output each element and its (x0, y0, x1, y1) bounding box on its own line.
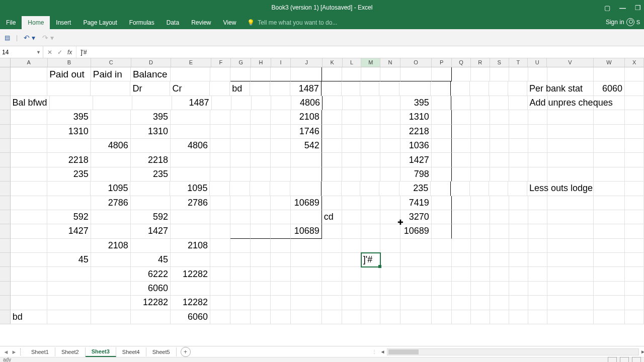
cell[interactable] (271, 239, 291, 253)
cell[interactable] (210, 210, 230, 224)
cell[interactable] (452, 167, 471, 182)
cell[interactable] (400, 239, 432, 253)
cell[interactable]: cd (322, 210, 342, 224)
cell[interactable] (360, 182, 379, 196)
cell[interactable] (210, 67, 230, 81)
cell[interactable] (50, 96, 93, 110)
col-header[interactable]: J (291, 58, 322, 67)
cell[interactable] (509, 267, 528, 281)
cell[interactable] (361, 153, 380, 167)
cell[interactable] (342, 282, 361, 296)
cell[interactable] (91, 210, 131, 224)
cell[interactable] (451, 182, 470, 196)
cell[interactable] (490, 96, 509, 110)
col-header[interactable]: K (323, 58, 343, 67)
cell[interactable] (625, 125, 644, 139)
cell[interactable] (361, 167, 380, 182)
cell[interactable] (91, 310, 131, 324)
cell[interactable] (322, 67, 342, 81)
cell[interactable] (251, 153, 271, 167)
cell[interactable] (47, 196, 91, 210)
cell[interactable] (322, 196, 342, 210)
cell[interactable]: Paid in (91, 67, 131, 81)
cell[interactable] (432, 267, 452, 281)
cell[interactable] (547, 139, 594, 153)
cell[interactable] (528, 67, 547, 81)
cell[interactable] (342, 239, 361, 253)
cell[interactable] (230, 296, 251, 310)
cell[interactable] (547, 296, 594, 310)
cell[interactable] (210, 196, 230, 210)
col-header[interactable]: V (547, 58, 594, 67)
cell[interactable] (471, 310, 490, 324)
col-header[interactable]: G (231, 58, 251, 67)
cell[interactable] (490, 67, 509, 81)
cell[interactable] (322, 110, 342, 124)
cell[interactable] (490, 253, 509, 267)
cell[interactable]: Less outs lodge (527, 182, 547, 196)
cell[interactable] (625, 153, 644, 167)
cell[interactable] (361, 267, 380, 281)
cell[interactable] (625, 167, 644, 182)
col-header[interactable]: U (528, 58, 547, 67)
cell[interactable] (342, 196, 361, 210)
cell[interactable]: 7419 (400, 196, 432, 210)
cell[interactable] (471, 210, 490, 224)
cell[interactable] (594, 239, 625, 253)
cell[interactable] (210, 296, 230, 310)
cell[interactable]: Paid out (47, 67, 91, 81)
cell[interactable]: bd (230, 81, 250, 96)
cell[interactable] (379, 182, 399, 196)
cell[interactable] (490, 239, 509, 253)
fx-icon[interactable]: fx (67, 49, 72, 56)
cell[interactable]: 4806 (291, 96, 323, 110)
cell[interactable] (361, 67, 380, 81)
cell[interactable] (625, 267, 644, 281)
col-header[interactable]: E (171, 58, 211, 67)
cell[interactable] (342, 253, 361, 267)
cell[interactable]: 6060 (171, 310, 210, 324)
cell[interactable] (547, 196, 594, 210)
cell[interactable]: 10689 (291, 224, 322, 238)
cell[interactable]: bd (11, 310, 48, 324)
col-header[interactable]: F (211, 58, 231, 67)
col-header[interactable]: R (471, 58, 490, 67)
cell[interactable] (361, 239, 380, 253)
tab-formulas[interactable]: Formulas (123, 16, 160, 29)
cell[interactable] (361, 310, 380, 324)
cell[interactable] (342, 67, 361, 81)
cell[interactable] (361, 125, 380, 139)
cell[interactable] (210, 224, 230, 238)
cell[interactable] (11, 210, 48, 224)
cell[interactable] (490, 296, 509, 310)
cell[interactable] (490, 153, 509, 167)
cell[interactable] (91, 253, 131, 267)
col-header[interactable]: T (509, 58, 528, 67)
tab-insert[interactable]: Insert (50, 16, 77, 29)
cell[interactable] (250, 182, 270, 196)
cell[interactable] (594, 253, 625, 267)
cell[interactable] (594, 110, 625, 124)
cell[interactable] (271, 210, 291, 224)
cell[interactable] (452, 239, 471, 253)
col-header[interactable]: H (251, 58, 271, 67)
cell[interactable] (489, 81, 508, 96)
cell[interactable] (470, 96, 490, 110)
cell[interactable] (452, 139, 471, 153)
cell[interactable] (432, 125, 452, 139)
cell[interactable] (11, 153, 48, 167)
cell[interactable] (452, 267, 471, 281)
cell[interactable] (131, 196, 171, 210)
cell[interactable] (380, 167, 400, 182)
cell[interactable] (490, 310, 509, 324)
cell[interactable] (291, 296, 322, 310)
cell[interactable] (594, 224, 625, 238)
cell[interactable] (528, 239, 547, 253)
cell[interactable]: 2108 (171, 239, 210, 253)
cell[interactable] (528, 167, 547, 182)
cell[interactable]: 12282 (171, 267, 210, 281)
cell[interactable] (490, 282, 509, 296)
cell[interactable] (322, 125, 342, 139)
cell[interactable]: 45 (47, 253, 91, 267)
cell[interactable]: Dr (130, 81, 170, 96)
